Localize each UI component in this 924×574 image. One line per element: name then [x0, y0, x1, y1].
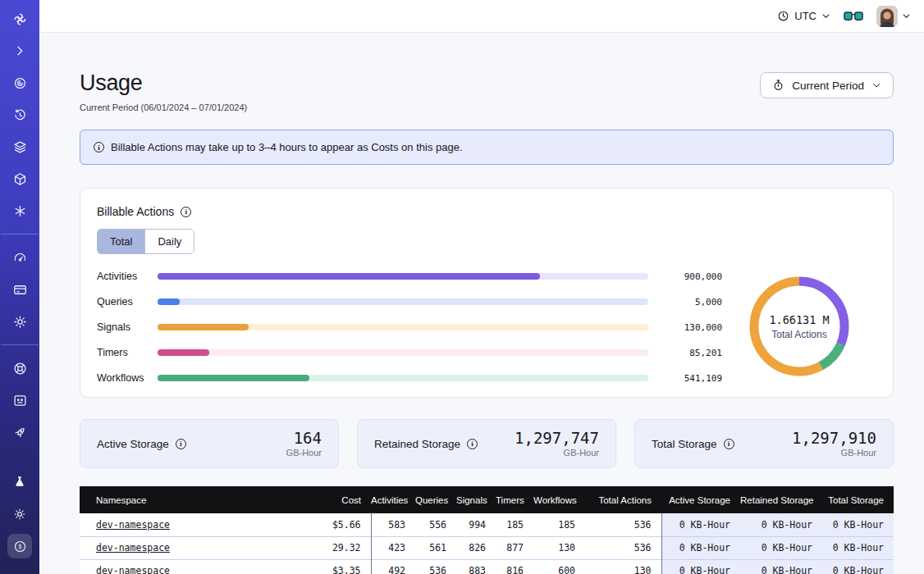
- table-cell: 0 KB-Hour: [661, 559, 740, 574]
- column-header-active-storage: Active Storage: [661, 486, 740, 513]
- bar-label: Queries: [97, 296, 149, 308]
- info-icon[interactable]: [724, 439, 734, 449]
- info-icon[interactable]: [467, 439, 478, 449]
- info-icon[interactable]: [176, 439, 186, 449]
- bar-value: 900,000: [660, 271, 722, 282]
- bar-row-signals: Signals130,000: [97, 321, 722, 333]
- namespace-cell: dev-namespace: [80, 513, 244, 536]
- bar-label: Activities: [97, 271, 149, 282]
- namespace-link[interactable]: dev-namespace: [96, 542, 170, 554]
- main-area: UTC: [39, 0, 924, 574]
- billable-actions-card: Billable Actions TotalDaily Activities90…: [80, 188, 894, 398]
- column-header-signals: Signals: [456, 486, 496, 513]
- table-cell: 185: [496, 513, 533, 536]
- bar-track: [158, 324, 648, 330]
- table-cell: $3.35: [244, 559, 371, 574]
- usage-gauge-icon[interactable]: [7, 245, 32, 270]
- table-cell: 536: [415, 559, 456, 574]
- bar-row-timers: Timers85,201: [97, 347, 722, 358]
- stopwatch-icon: [772, 79, 784, 92]
- table-cell: 29.32: [244, 536, 371, 559]
- feedback-terminal-icon[interactable]: [7, 388, 32, 412]
- table-row: dev-namespace$5.665835569941851855360 KB…: [80, 513, 894, 536]
- sidebar-divider: [1, 234, 39, 235]
- user-menu[interactable]: [876, 6, 911, 27]
- table-cell: 0 KB-Hour: [822, 513, 894, 536]
- avatar: [876, 6, 898, 27]
- donut-chart: 1.66131 M Total Actions: [722, 275, 876, 378]
- nexus-asterisk-icon[interactable]: [7, 198, 32, 223]
- bar-label: Signals: [97, 321, 149, 333]
- info-icon[interactable]: [181, 207, 191, 217]
- table-header-row: NamespaceCostActivitiesQueriesSignalsTim…: [80, 486, 894, 513]
- info-icon: [94, 142, 104, 153]
- glasses-icon[interactable]: [844, 11, 863, 22]
- table-cell: 0 KB-Hour: [661, 536, 740, 559]
- table-cell: 826: [456, 536, 496, 559]
- table-cell: 583: [371, 513, 415, 536]
- column-header-cost: Cost: [244, 486, 371, 513]
- tab-total[interactable]: Total: [98, 230, 144, 253]
- getting-started-rocket-icon[interactable]: [7, 420, 32, 444]
- chevron-down-icon: [821, 11, 830, 20]
- bar-value: 5,000: [660, 297, 722, 308]
- settings-gear-icon[interactable]: [7, 309, 32, 334]
- support-lifebuoy-icon[interactable]: [7, 356, 32, 380]
- table-cell: 130: [585, 559, 661, 574]
- bar-row-workflows: Workflows541,109: [97, 372, 722, 384]
- namespace-cell: dev-namespace: [80, 536, 244, 559]
- labs-flask-icon[interactable]: [7, 470, 32, 494]
- theme-sun-icon[interactable]: [7, 502, 32, 526]
- billing-card-icon[interactable]: [7, 277, 32, 302]
- namespaces-target-icon[interactable]: [7, 71, 32, 95]
- storage-card-label: Active Storage: [97, 438, 169, 450]
- table-cell: $5.66: [244, 513, 371, 536]
- storage-card-value: 1,297,910: [792, 430, 876, 447]
- bar-value: 541,109: [660, 373, 722, 384]
- namespace-cell: dev-namespace: [80, 559, 244, 574]
- expand-chevron-icon[interactable]: [7, 39, 32, 63]
- sidebar-bottom-group: $: [7, 470, 32, 566]
- column-header-workflows: Workflows: [533, 486, 585, 513]
- namespace-usage-table: NamespaceCostActivitiesQueriesSignalsTim…: [80, 486, 894, 574]
- column-header-total-storage: Total Storage: [822, 486, 894, 513]
- bar-label: Workflows: [97, 372, 149, 384]
- banner-text: Billable Actions may take up to 3–4 hour…: [111, 141, 463, 153]
- page-content: Usage Current Period (06/01/2024 – 07/01…: [39, 33, 924, 574]
- bar-track: [158, 273, 648, 280]
- page-subtitle: Current Period (06/01/2024 – 07/01/2024): [80, 102, 247, 112]
- table-cell: 0 KB-Hour: [740, 536, 822, 559]
- bar-row-activities: Activities900,000: [97, 271, 722, 282]
- table-cell: 130: [533, 536, 585, 559]
- timezone-selector[interactable]: UTC: [777, 10, 830, 22]
- temporal-logo-icon[interactable]: [7, 7, 32, 31]
- table-cell: 0 KB-Hour: [822, 536, 894, 559]
- bar-label: Timers: [97, 347, 149, 358]
- table-cell: 561: [415, 536, 456, 559]
- column-header-queries: Queries: [415, 486, 456, 513]
- app-window: $ UTC: [0, 0, 924, 574]
- clock-icon: [777, 10, 789, 22]
- table-cell: 536: [585, 536, 661, 559]
- storage-card-retained-storage: Retained Storage1,297,747GB-Hour: [357, 419, 616, 468]
- page-header: Usage Current Period (06/01/2024 – 07/01…: [80, 71, 894, 112]
- billable-actions-title: Billable Actions: [97, 205, 174, 218]
- costs-dollar-icon[interactable]: $: [7, 534, 32, 558]
- storage-card-value: 1,297,747: [515, 430, 599, 447]
- column-header-activities: Activities: [371, 486, 415, 513]
- donut-total-label: Total Actions: [771, 329, 826, 340]
- storage-card-active-storage: Active Storage164GB-Hour: [80, 419, 339, 468]
- cube-icon[interactable]: [7, 166, 32, 191]
- table-cell: 0 KB-Hour: [740, 559, 822, 574]
- table-cell: 0 KB-Hour: [740, 513, 822, 536]
- storage-card-value: 164: [286, 430, 322, 447]
- namespace-link[interactable]: dev-namespace: [96, 519, 170, 531]
- table-cell: 0 KB-Hour: [822, 559, 894, 574]
- history-clock-icon[interactable]: [7, 102, 32, 127]
- table-cell: 877: [496, 536, 533, 559]
- namespace-link[interactable]: dev-namespace: [96, 565, 170, 574]
- tab-daily[interactable]: Daily: [144, 230, 194, 253]
- period-selector-button[interactable]: Current Period: [760, 72, 894, 98]
- column-header-retained-storage: Retained Storage: [740, 486, 822, 513]
- layers-icon[interactable]: [7, 134, 32, 159]
